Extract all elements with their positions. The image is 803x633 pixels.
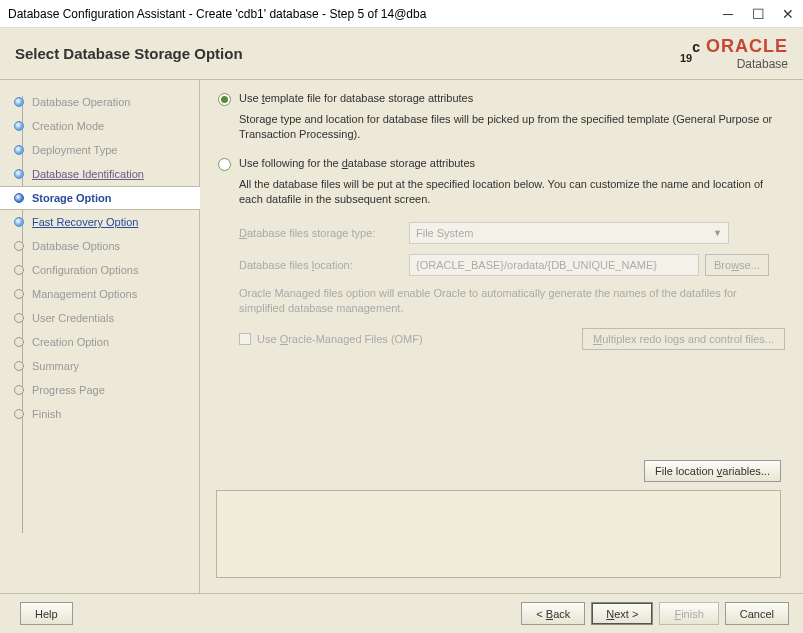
- omf-note: Oracle Managed files option will enable …: [239, 286, 785, 317]
- maximize-icon[interactable]: ☐: [751, 6, 765, 22]
- location-row: Database files location: {ORACLE_BASE}/o…: [239, 254, 785, 276]
- step-creation-option: Creation Option: [14, 330, 199, 354]
- option-following-desc: All the database files will be put at th…: [239, 177, 785, 208]
- oracle-logo: 19c ORACLE Database: [680, 36, 788, 71]
- step-database-options: Database Options: [14, 234, 199, 258]
- location-field: {ORACLE_BASE}/oradata/{DB_UNIQUE_NAME}: [409, 254, 699, 276]
- step-deployment-type: Deployment Type: [14, 138, 199, 162]
- radio-icon[interactable]: [218, 93, 231, 106]
- option-use-following[interactable]: Use following for the database storage a…: [218, 157, 785, 171]
- option-template-file[interactable]: Use template file for database storage a…: [218, 92, 785, 106]
- close-icon[interactable]: ✕: [781, 6, 795, 22]
- window-title: Database Configuration Assistant - Creat…: [8, 7, 721, 21]
- cancel-button[interactable]: Cancel: [725, 602, 789, 625]
- step-database-identification[interactable]: Database Identification: [14, 162, 199, 186]
- step-finish: Finish: [14, 402, 199, 426]
- storage-type-label: Database files storage type:: [239, 227, 409, 239]
- multiplex-button: Multiplex redo logs and control files...: [582, 328, 785, 350]
- option-template-desc: Storage type and location for database f…: [239, 112, 785, 143]
- finish-button: Finish: [659, 602, 718, 625]
- back-button[interactable]: < Back: [521, 602, 585, 625]
- header: Select Database Storage Option 19c ORACL…: [0, 28, 803, 80]
- window-controls: ─ ☐ ✕: [721, 6, 795, 22]
- storage-type-row: Database files storage type: File System…: [239, 222, 785, 244]
- step-fast-recovery-option[interactable]: Fast Recovery Option: [14, 210, 199, 234]
- location-label: Database files location:: [239, 259, 409, 271]
- logo-brand: ORACLE Database: [706, 36, 788, 71]
- step-summary: Summary: [14, 354, 199, 378]
- logo-version: 19c: [680, 38, 700, 69]
- message-area: [216, 490, 781, 578]
- omf-row: Use Oracle-Managed Files (OMF) Multiplex…: [239, 328, 785, 350]
- step-configuration-options: Configuration Options: [14, 258, 199, 282]
- step-creation-mode: Creation Mode: [14, 114, 199, 138]
- browse-button: Browse...: [705, 254, 769, 276]
- storage-type-combo: File System ▼: [409, 222, 729, 244]
- title-bar: Database Configuration Assistant - Creat…: [0, 0, 803, 28]
- step-user-credentials: User Credentials: [14, 306, 199, 330]
- radio-icon[interactable]: [218, 158, 231, 171]
- next-button[interactable]: Next >: [591, 602, 653, 625]
- chevron-down-icon: ▼: [713, 228, 722, 238]
- footer: Help < Back Next > Finish Cancel: [0, 593, 803, 633]
- checkbox-icon: [239, 333, 251, 345]
- help-button[interactable]: Help: [20, 602, 73, 625]
- step-database-operation: Database Operation: [14, 90, 199, 114]
- wizard-sidebar: Database Operation Creation Mode Deploym…: [0, 80, 200, 593]
- step-progress-page: Progress Page: [14, 378, 199, 402]
- page-title: Select Database Storage Option: [15, 45, 680, 62]
- step-management-options: Management Options: [14, 282, 199, 306]
- content-panel: Use template file for database storage a…: [200, 80, 803, 593]
- minimize-icon[interactable]: ─: [721, 6, 735, 22]
- step-storage-option[interactable]: Storage Option: [0, 186, 200, 210]
- file-location-variables-button[interactable]: File location variables...: [644, 460, 781, 482]
